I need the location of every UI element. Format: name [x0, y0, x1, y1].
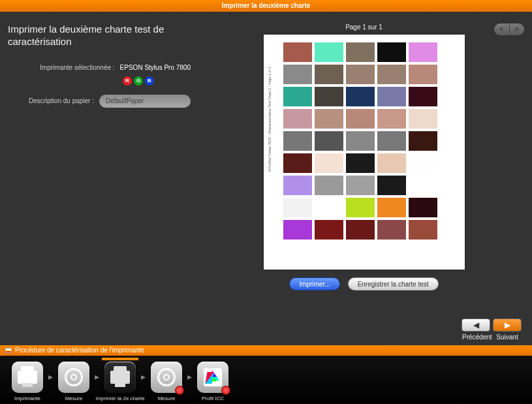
paper-label: Description du papier :	[29, 97, 94, 104]
step-icc-profile[interactable]: Profil ICC	[195, 362, 231, 401]
rgb-badges: R G B	[86, 76, 191, 85]
swatch	[377, 65, 406, 84]
swatch	[315, 198, 343, 217]
printer-icon	[12, 362, 43, 393]
swatch	[409, 87, 437, 106]
badge-r: R	[123, 76, 132, 85]
swatch	[409, 65, 437, 84]
swatch	[283, 153, 312, 173]
swatch	[315, 42, 343, 62]
next-button[interactable]: ▶ Suivant	[493, 319, 522, 332]
swatch-grid	[283, 42, 437, 240]
swatch	[377, 131, 406, 151]
chart-side-text: i1Profiler Printer RGB - Characterizatio…	[268, 41, 272, 172]
swatch	[315, 109, 343, 129]
printer-icon	[104, 362, 136, 393]
swatch	[346, 65, 375, 84]
swatch	[346, 42, 375, 62]
main-content: Imprimer la deuxième charte test de cara…	[0, 12, 532, 315]
wizard-nav: ◀ Précédent ▶ Suivant	[462, 319, 522, 332]
step-measure-2[interactable]: Mesure	[148, 362, 185, 401]
chart-preview: i1Profiler Printer RGB - Characterizatio…	[264, 35, 465, 270]
title-bar: Imprimer la deuxième charte	[0, 0, 532, 12]
swatch	[377, 109, 406, 129]
window-title: Imprimer la deuxième charte	[222, 2, 311, 9]
swatch	[409, 131, 437, 151]
swatch	[377, 87, 406, 106]
swatch	[409, 109, 437, 129]
paper-row: Description du papier :	[8, 95, 191, 108]
page-title: Imprimer la deuxième charte test de cara…	[8, 23, 191, 48]
step-printer[interactable]: Imprimante	[9, 362, 46, 401]
swatch	[346, 176, 375, 195]
chevron-right-icon: ▸	[141, 371, 146, 382]
chevron-right-icon: ▸	[95, 371, 99, 382]
swatch	[283, 65, 312, 84]
swatch	[315, 153, 343, 173]
swatch	[283, 198, 312, 217]
swatch	[377, 176, 406, 195]
swatch	[409, 42, 437, 62]
swatch	[377, 220, 406, 240]
step-print-chart-2[interactable]: Imprimer la 2e charte	[102, 362, 138, 401]
swatch	[346, 153, 375, 173]
swatch	[346, 87, 375, 106]
save-chart-button[interactable]: Enregistrer la charte test	[348, 277, 439, 290]
chevron-right-icon: ▶	[505, 320, 510, 330]
swatch	[346, 198, 375, 217]
swatch	[346, 109, 375, 129]
swatch	[283, 87, 312, 106]
page-nav-pill[interactable]: < >	[494, 23, 524, 35]
next-label: Suivant	[493, 334, 521, 341]
swatch	[283, 176, 312, 195]
page-next-mini[interactable]: >	[510, 23, 525, 35]
page-prev-mini[interactable]: <	[494, 23, 509, 35]
printer-row: Imprimante sélectionnée : EPSON Stylus P…	[8, 64, 191, 71]
badge-g: G	[134, 76, 143, 85]
prev-button[interactable]: ◀ Précédent	[462, 319, 490, 332]
swatch	[315, 176, 343, 195]
swatch	[409, 198, 437, 217]
swatch	[315, 65, 343, 84]
swatch	[283, 109, 312, 129]
swatch	[409, 176, 437, 195]
swatch	[315, 131, 343, 151]
swatch	[346, 220, 375, 240]
printer-label: Imprimante sélectionnée :	[40, 64, 115, 71]
page-counter: Page 1 sur 1	[345, 23, 383, 31]
swatch	[377, 153, 406, 173]
printer-value: EPSON Stylus Pro 7800	[120, 64, 191, 71]
chevron-left-icon: ◀	[473, 320, 479, 330]
step-measure-1[interactable]: Mesure	[55, 362, 92, 401]
warning-icon	[175, 386, 184, 395]
flag-icon	[5, 348, 12, 353]
right-panel: < > Page 1 sur 1 i1Profiler Printer RGB …	[204, 23, 524, 315]
swatch	[283, 220, 312, 240]
swatch	[409, 220, 437, 240]
print-button[interactable]: Imprimer...	[289, 277, 339, 290]
chevron-right-icon: ▸	[48, 371, 53, 382]
procedure-bar: Procédure de caractérisation de l'imprim…	[0, 345, 532, 356]
profile-icon	[197, 362, 228, 393]
paper-input[interactable]	[99, 95, 191, 108]
procedure-label: Procédure de caractérisation de l'imprim…	[15, 345, 144, 356]
swatch	[377, 42, 406, 62]
steps-strip: Imprimante ▸ Mesure ▸ Imprimer la 2e cha…	[0, 356, 532, 404]
swatch	[283, 42, 312, 62]
warning-icon	[221, 386, 230, 395]
print-buttons: Imprimer... Enregistrer la charte test	[289, 277, 438, 290]
swatch	[377, 198, 406, 217]
prev-label: Précédent	[462, 334, 490, 341]
measure-icon	[58, 362, 89, 393]
swatch	[283, 131, 312, 151]
left-panel: Imprimer la deuxième charte test de cara…	[8, 23, 204, 315]
swatch	[346, 131, 375, 151]
swatch	[409, 153, 437, 173]
swatch	[315, 87, 343, 106]
swatch	[315, 220, 343, 240]
measure-icon	[151, 362, 182, 393]
badge-b: B	[145, 76, 154, 85]
chevron-right-icon: ▸	[187, 371, 192, 382]
